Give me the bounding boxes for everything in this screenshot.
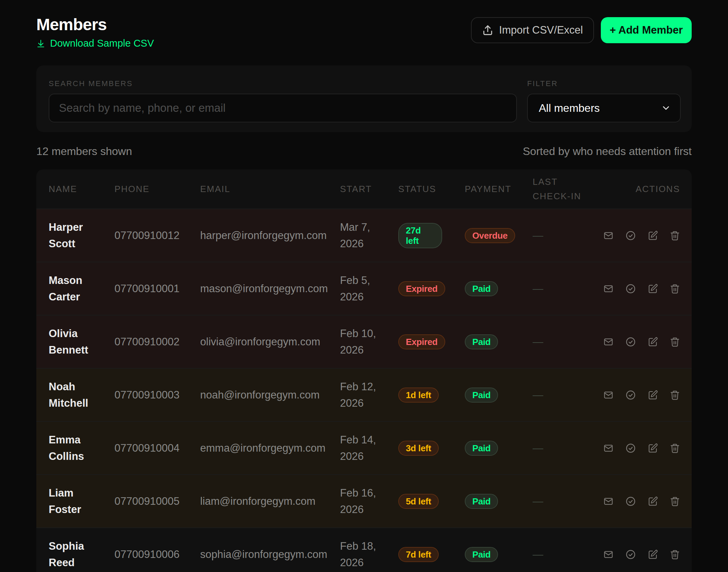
member-name: Harper Scott [36,209,114,262]
filter-label: FILTER [527,79,681,88]
page-header: Members Download Sample CSV Import CSV/E… [36,15,692,49]
member-name: Mason Carter [36,262,114,315]
table-row: Liam Foster 07700910005 liam@ironforgegy… [36,475,692,528]
sort-note: Sorted by who needs attention first [523,145,692,158]
page-title: Members [36,15,154,34]
member-phone: 07700910001 [114,262,200,315]
col-payment: PAYMENT [465,169,533,209]
edit-action-icon[interactable] [648,230,658,241]
check-in-action-icon[interactable] [625,549,636,560]
upload-icon [482,24,494,36]
download-icon [36,39,45,48]
delete-action-icon[interactable] [670,390,680,401]
edit-action-icon[interactable] [648,496,658,507]
delete-action-icon[interactable] [670,283,680,294]
last-checkin-value: — [533,336,543,348]
chevron-down-icon [661,103,671,113]
last-checkin-value: — [533,389,543,401]
edit-action-icon[interactable] [648,336,658,347]
edit-action-icon[interactable] [648,443,658,454]
email-action-icon[interactable] [603,496,614,507]
search-label: SEARCH MEMBERS [49,79,517,88]
payment-badge: Overdue [465,228,515,243]
member-phone: 07700910012 [114,209,200,262]
table-row: Emma Collins 07700910004 emma@ironforgeg… [36,421,692,475]
member-phone: 07700910002 [114,315,200,368]
member-phone: 07700910004 [114,421,200,475]
search-input[interactable] [49,94,517,122]
email-action-icon[interactable] [603,443,614,454]
check-in-action-icon[interactable] [625,442,636,454]
member-start-date: Feb 16, 2026 [340,475,398,528]
add-member-button[interactable]: + Add Member [601,17,692,43]
col-last-checkin: LAST CHECK-IN [533,169,603,209]
email-action-icon[interactable] [603,549,614,560]
payment-badge: Paid [465,388,498,403]
email-action-icon[interactable] [603,390,614,401]
col-name: NAME [36,169,114,209]
edit-action-icon[interactable] [648,390,658,401]
table-row: Sophia Reed 07700910006 sophia@ironforge… [36,528,692,572]
member-email: olivia@ironforgegym.com [200,315,340,368]
member-phone: 07700910003 [114,368,200,421]
member-email: emma@ironforgegym.com [200,421,340,475]
search-panel: SEARCH MEMBERS FILTER All members [36,65,692,132]
edit-action-icon[interactable] [648,549,658,560]
col-start: START [340,169,398,209]
last-checkin-value: — [533,283,543,295]
col-email: EMAIL [200,169,340,209]
member-name: Liam Foster [36,475,114,528]
email-action-icon[interactable] [603,336,614,347]
email-action-icon[interactable] [603,283,614,294]
status-badge: 3d left [398,441,439,456]
payment-badge: Paid [465,494,498,509]
member-name: Emma Collins [36,421,114,475]
member-start-date: Feb 5, 2026 [340,262,398,315]
member-name: Olivia Bennett [36,315,114,368]
payment-badge: Paid [465,334,498,349]
member-email: sophia@ironforgegym.com [200,528,340,572]
delete-action-icon[interactable] [670,230,680,241]
col-phone: PHONE [114,169,200,209]
member-phone: 07700910005 [114,475,200,528]
last-checkin-value: — [533,442,543,454]
members-count: 12 members shown [36,145,132,158]
payment-badge: Paid [465,441,498,456]
download-sample-csv-link[interactable]: Download Sample CSV [36,38,154,49]
last-checkin-value: — [533,495,543,507]
edit-action-icon[interactable] [648,283,658,294]
delete-action-icon[interactable] [670,336,680,347]
member-start-date: Feb 10, 2026 [340,315,398,368]
table-row: Harper Scott 07700910012 harper@ironforg… [36,209,692,262]
check-in-action-icon[interactable] [625,283,636,295]
member-start-date: Feb 12, 2026 [340,368,398,421]
table-row: Mason Carter 07700910001 mason@ironforge… [36,262,692,315]
table-header-row: NAME PHONE EMAIL START STATUS PAYMENT LA… [36,169,692,209]
email-action-icon[interactable] [603,230,614,241]
status-badge: 5d left [398,494,439,509]
last-checkin-value: — [533,229,543,241]
check-in-action-icon[interactable] [625,336,636,348]
member-email: mason@ironforgegym.com [200,262,340,315]
payment-badge: Paid [465,281,498,296]
members-table: NAME PHONE EMAIL START STATUS PAYMENT LA… [36,169,692,572]
import-csv-button[interactable]: Import CSV/Excel [471,17,594,43]
member-email: harper@ironforgegym.com [200,209,340,262]
check-in-action-icon[interactable] [625,230,636,241]
col-actions: ACTIONS [603,169,692,209]
member-start-date: Feb 18, 2026 [340,528,398,572]
payment-badge: Paid [465,547,498,562]
status-badge: Expired [398,281,445,296]
member-phone: 07700910006 [114,528,200,572]
col-status: STATUS [398,169,465,209]
table-row: Olivia Bennett 07700910002 olivia@ironfo… [36,315,692,368]
member-email: liam@ironforgegym.com [200,475,340,528]
check-in-action-icon[interactable] [625,389,636,401]
delete-action-icon[interactable] [670,549,680,560]
check-in-action-icon[interactable] [625,496,636,507]
delete-action-icon[interactable] [670,443,680,454]
filter-select[interactable]: All members [527,94,681,122]
last-checkin-value: — [533,548,543,560]
status-badge: 7d left [398,547,439,562]
delete-action-icon[interactable] [670,496,680,507]
